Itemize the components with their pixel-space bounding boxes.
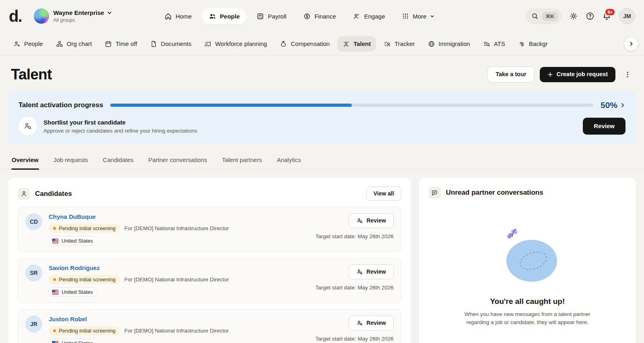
nav-label: Payroll (268, 13, 287, 20)
candidate-name-link[interactable]: Chyna DuBuque (49, 213, 96, 220)
subnav-item-tracker[interactable]: Tracker (378, 36, 420, 52)
grid-icon (402, 12, 409, 20)
target-start-date: Target start date: May 26th 2026 (315, 285, 393, 291)
top-navigation-bar: d. Wayne Enterprise All groups Home Peop… (0, 0, 644, 32)
candidate-role: For [DEMO] National Infrastructure Direc… (124, 225, 229, 231)
shortlist-task-icon-circle (19, 117, 37, 135)
view-all-candidates-button[interactable]: View all (366, 187, 401, 201)
chat-icon (431, 189, 438, 196)
notification-count-badge: 9+ (605, 8, 615, 16)
subnav-label: Backgr (529, 40, 548, 47)
subnav-item-org-chart[interactable]: Org chart (51, 36, 97, 52)
company-name: Wayne Enterprise (54, 9, 104, 16)
tab-overview[interactable]: Overview (11, 152, 39, 169)
us-flag-icon (52, 239, 59, 243)
nav-item-payroll[interactable]: Payroll (250, 8, 293, 25)
us-flag-icon (52, 341, 59, 343)
person-search-icon (356, 217, 363, 224)
take-a-tour-button[interactable]: Take a tour (487, 67, 534, 83)
country-badge: United States (49, 339, 98, 343)
person-search-icon (356, 320, 363, 326)
user-avatar[interactable]: JM (619, 8, 635, 24)
tracker-icon (384, 40, 391, 48)
tab-candidates[interactable]: Candidates (103, 152, 134, 169)
activation-review-button[interactable]: Review (583, 118, 625, 135)
engage-icon (353, 12, 361, 20)
candidate-avatar: SR (25, 264, 42, 281)
subnav-scroll-right-button[interactable] (624, 37, 638, 51)
caught-up-illustration (485, 222, 570, 286)
subnav-label: Immigration (439, 40, 470, 47)
country-label: United States (62, 238, 93, 244)
subnav-item-background-checks[interactable]: Backgr (513, 36, 553, 52)
person-icon (21, 190, 27, 197)
person-add-icon (13, 40, 21, 48)
search-button[interactable]: ⌘K (526, 8, 561, 24)
person-search-icon (356, 268, 363, 275)
subnav-label: Tracker (394, 40, 415, 47)
people-icon (208, 12, 216, 20)
activation-task-description: Approve or reject candidates and refine … (43, 128, 197, 134)
subnav-label: Talent (353, 40, 371, 47)
chevron-right-icon (629, 41, 634, 46)
page-actions: Take a tour Create job request (487, 67, 634, 83)
subnav-item-immigration[interactable]: Immigration (423, 36, 475, 52)
tab-job-requests[interactable]: Job requests (53, 152, 89, 169)
nav-item-home[interactable]: Home (157, 8, 198, 25)
conversations-panel-title: Unread partner conversations (446, 189, 543, 197)
settings-button[interactable] (569, 12, 578, 21)
money-bag-icon (280, 40, 287, 48)
payroll-icon (257, 12, 264, 20)
notifications-button[interactable]: 9+ (602, 12, 611, 21)
candidate-name-link[interactable]: Savion Rodriguez (49, 264, 100, 271)
ats-search-icon (483, 40, 490, 48)
subnav-item-documents[interactable]: Documents (145, 36, 197, 52)
subnav-item-workforce-planning[interactable]: Workforce planning (199, 36, 272, 52)
subnav-item-people[interactable]: People (8, 36, 48, 52)
subnav-item-ats[interactable]: ATS (478, 36, 510, 52)
talent-progress-bar (110, 104, 593, 107)
tab-label: Talent partners (222, 156, 262, 163)
subnav-label: Documents (161, 40, 192, 47)
kebab-icon (623, 71, 632, 79)
deel-logo[interactable]: d. (9, 9, 22, 23)
review-candidate-button[interactable]: Review (349, 316, 394, 331)
tab-talent-partners[interactable]: Talent partners (221, 152, 262, 169)
nav-item-people[interactable]: People (202, 8, 246, 25)
nav-item-finance[interactable]: Finance (296, 8, 343, 25)
calendar-icon (105, 40, 112, 48)
review-candidate-button[interactable]: Review (349, 213, 394, 228)
subnav-label: Compensation (291, 40, 330, 47)
candidate-name-link[interactable]: Juston Robel (49, 316, 87, 322)
nav-item-more[interactable]: More (395, 8, 441, 24)
talent-progress-fill (110, 104, 352, 107)
talent-tabs: Overview Job requests Candidates Partner… (0, 152, 644, 170)
create-job-request-label: Create job request (557, 71, 608, 78)
tab-partner-conversations[interactable]: Partner conversations (148, 152, 208, 169)
review-candidate-button[interactable]: Review (349, 264, 394, 279)
more-options-button[interactable] (621, 68, 634, 81)
company-switcher[interactable]: Wayne Enterprise All groups (34, 8, 112, 24)
country-badge: United States (49, 236, 98, 245)
activation-review-label: Review (594, 123, 615, 130)
nav-label: Engage (364, 13, 385, 20)
company-groups-label: All groups (54, 17, 112, 23)
help-button[interactable] (586, 12, 594, 21)
subnav-label: Time off (116, 40, 137, 47)
create-job-request-button[interactable]: Create job request (540, 67, 615, 82)
subnav-item-talent[interactable]: Talent (337, 36, 376, 52)
nav-item-engage[interactable]: Engage (346, 8, 392, 25)
country-label: United States (62, 289, 93, 295)
caught-up-title: You're all caught up! (490, 297, 565, 306)
chevron-down-icon (430, 14, 435, 19)
subnav-item-compensation[interactable]: Compensation (275, 36, 335, 52)
candidate-avatar: CD (25, 213, 42, 230)
activation-progress-link[interactable]: 50% (601, 100, 625, 110)
document-icon (150, 40, 157, 48)
subnav-item-time-off[interactable]: Time off (99, 36, 142, 52)
company-avatar (34, 8, 49, 24)
globe-icon (428, 40, 435, 48)
status-dot (53, 227, 56, 230)
candidates-panel: Candidates View all CD Chyna DuBuque Pen… (8, 178, 411, 343)
tab-analytics[interactable]: Analytics (277, 152, 301, 169)
